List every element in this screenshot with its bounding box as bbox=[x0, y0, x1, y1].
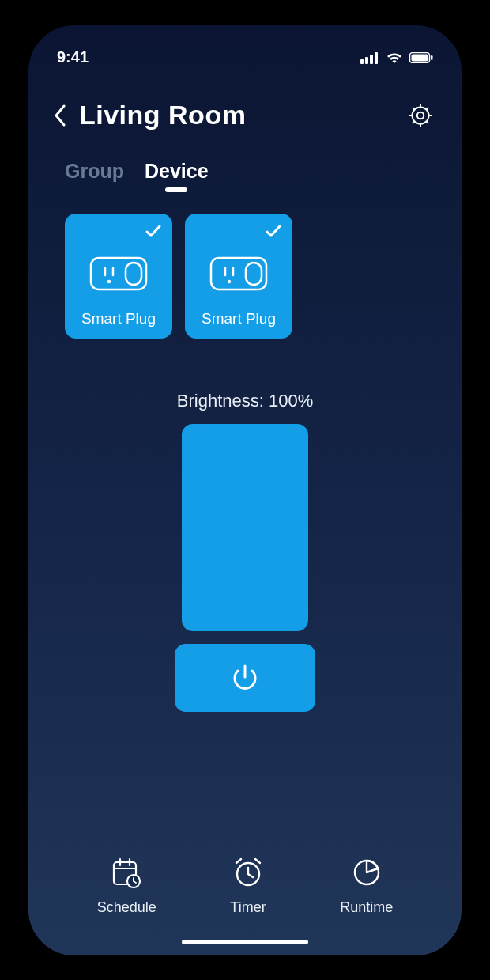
battery-icon bbox=[409, 52, 433, 63]
wifi-icon bbox=[386, 51, 403, 64]
check-icon bbox=[264, 221, 283, 240]
home-indicator[interactable] bbox=[182, 940, 308, 944]
device-card[interactable]: Smart Plug bbox=[65, 214, 172, 339]
bottom-nav: Schedule Timer Runtime bbox=[28, 856, 462, 916]
tab-group[interactable]: Group bbox=[65, 160, 124, 191]
svg-point-7 bbox=[417, 112, 424, 118]
svg-rect-2 bbox=[370, 55, 373, 64]
device-cards: Smart Plug Smart Plug bbox=[65, 214, 292, 339]
svg-rect-6 bbox=[431, 55, 433, 60]
page-title: Living Room bbox=[79, 100, 246, 131]
pie-clock-icon bbox=[350, 856, 383, 893]
svg-line-26 bbox=[255, 859, 260, 863]
signal-icon bbox=[360, 51, 379, 64]
check-icon bbox=[144, 221, 163, 240]
tab-bar: Group Device bbox=[28, 160, 245, 191]
status-icons bbox=[360, 51, 433, 64]
nav-timer[interactable]: Timer bbox=[230, 856, 266, 916]
back-button[interactable] bbox=[49, 100, 71, 131]
power-button[interactable] bbox=[175, 644, 315, 712]
brightness-label: Brightness: 100% bbox=[28, 391, 462, 411]
svg-rect-0 bbox=[360, 59, 364, 64]
svg-point-12 bbox=[107, 279, 111, 282]
nav-label: Timer bbox=[230, 899, 266, 916]
status-time: 9:41 bbox=[57, 48, 89, 66]
svg-rect-9 bbox=[91, 258, 146, 289]
nav-label: Runtime bbox=[340, 899, 393, 916]
svg-rect-18 bbox=[246, 263, 262, 285]
nav-runtime[interactable]: Runtime bbox=[340, 856, 393, 916]
alarm-icon bbox=[232, 856, 265, 893]
status-bar: 9:41 bbox=[28, 25, 462, 76]
nav-label: Schedule bbox=[97, 899, 156, 916]
brightness-slider[interactable] bbox=[182, 424, 308, 631]
svg-rect-14 bbox=[211, 258, 266, 289]
svg-rect-3 bbox=[375, 52, 378, 64]
svg-rect-5 bbox=[412, 54, 428, 61]
svg-rect-1 bbox=[365, 57, 368, 64]
phone-frame: 9:41 bbox=[19, 16, 471, 965]
nav-schedule[interactable]: Schedule bbox=[97, 856, 156, 916]
power-icon bbox=[228, 661, 262, 694]
chevron-left-icon bbox=[54, 104, 66, 127]
device-label: Smart Plug bbox=[202, 310, 276, 327]
outlet-icon bbox=[89, 256, 148, 294]
svg-rect-13 bbox=[126, 263, 141, 285]
tab-device[interactable]: Device bbox=[145, 160, 209, 191]
outlet-icon bbox=[209, 256, 268, 294]
svg-line-25 bbox=[236, 859, 241, 863]
device-card[interactable]: Smart Plug bbox=[185, 214, 292, 339]
gear-icon bbox=[409, 104, 432, 127]
header-left: Living Room bbox=[49, 100, 246, 131]
header: Living Room bbox=[28, 100, 462, 131]
svg-point-8 bbox=[413, 107, 429, 123]
calendar-clock-icon bbox=[110, 856, 143, 893]
device-label: Smart Plug bbox=[81, 310, 156, 327]
svg-point-17 bbox=[228, 279, 231, 282]
settings-button[interactable] bbox=[406, 101, 435, 130]
